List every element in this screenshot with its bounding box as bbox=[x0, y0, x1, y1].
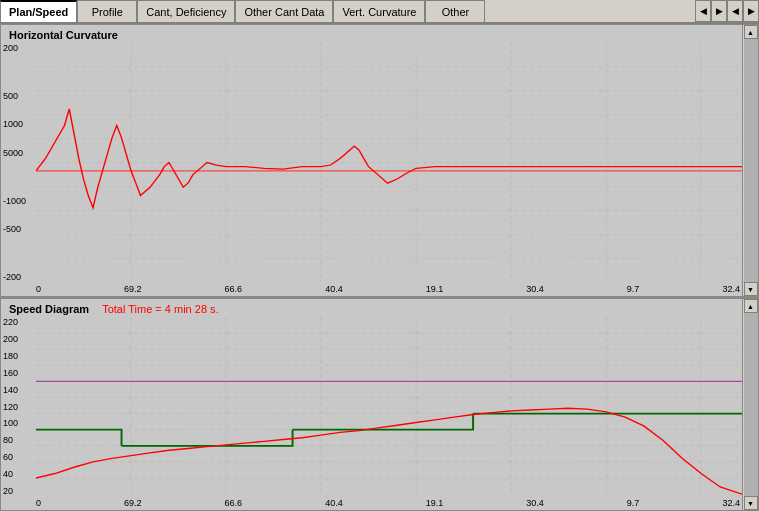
tab-nav-next[interactable]: ▶ bbox=[711, 0, 727, 22]
svg-rect-18 bbox=[36, 317, 742, 496]
chart1-scroll-track[interactable] bbox=[744, 39, 758, 282]
chart2-scrollbar: ▲ ▼ bbox=[742, 299, 758, 510]
chart2-x-axis: 0 69.2 66.6 40.4 19.1 30.4 9.7 32.4 bbox=[36, 498, 740, 508]
tab-profile[interactable]: Profile bbox=[77, 0, 137, 22]
tab-bar: Plan/Speed Profile Cant, Deficiency Othe… bbox=[0, 0, 759, 24]
chart2-y-axis: 220 200 180 160 140 120 100 80 60 40 20 bbox=[3, 317, 35, 496]
chart2-title: Speed Diagram Total Time = 4 min 28 s. bbox=[9, 303, 219, 315]
tab-nav-prev[interactable]: ◀ bbox=[695, 0, 711, 22]
tab-nav-group: ◀ ▶ ◀ ▶ bbox=[695, 0, 759, 22]
chart1-x-axis: 0 69.2 66.6 40.4 19.1 30.4 9.7 32.4 bbox=[36, 284, 740, 294]
chart1-scrollbar: ▲ ▼ bbox=[742, 25, 758, 296]
chart1-svg bbox=[36, 43, 742, 282]
chart1-title: Horizontal Curvature bbox=[9, 29, 118, 41]
chart2-scroll-down[interactable]: ▼ bbox=[744, 496, 758, 510]
chart2-scroll-up[interactable]: ▲ bbox=[744, 299, 758, 313]
tab-plan-speed[interactable]: Plan/Speed bbox=[0, 0, 77, 22]
speed-diagram-panel: Speed Diagram Total Time = 4 min 28 s. 2… bbox=[0, 298, 759, 511]
main-content: Horizontal Curvature 200 500 1000 5000 -… bbox=[0, 24, 759, 511]
chart1-scroll-down[interactable]: ▼ bbox=[744, 282, 758, 296]
tab-nav-last[interactable]: ▶ bbox=[743, 0, 759, 22]
chart1-scroll-up[interactable]: ▲ bbox=[744, 25, 758, 39]
chart1-y-axis: 200 500 1000 5000 -1000 -500 -200 bbox=[3, 43, 35, 282]
tab-other-cant-data[interactable]: Other Cant Data bbox=[235, 0, 333, 22]
tab-vert-curvature[interactable]: Vert. Curvature bbox=[333, 0, 425, 22]
chart2-svg bbox=[36, 317, 742, 496]
tab-other[interactable]: Other bbox=[425, 0, 485, 22]
tab-nav-first[interactable]: ◀ bbox=[727, 0, 743, 22]
chart2-scroll-track[interactable] bbox=[744, 313, 758, 496]
horizontal-curvature-panel: Horizontal Curvature 200 500 1000 5000 -… bbox=[0, 24, 759, 298]
tab-cant-deficiency[interactable]: Cant, Deficiency bbox=[137, 0, 235, 22]
